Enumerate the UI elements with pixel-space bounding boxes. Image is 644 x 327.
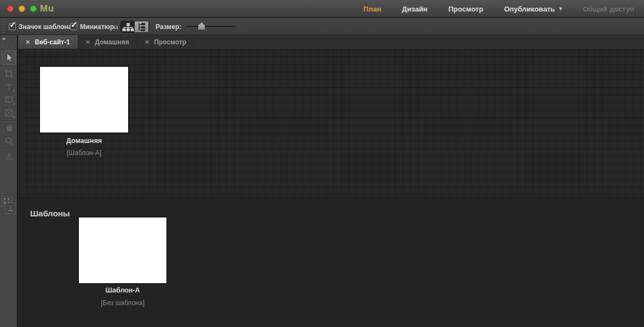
sitemap-icon	[122, 22, 134, 32]
tool-rectangle-frame[interactable]	[0, 106, 18, 119]
toolbar-grip[interactable]	[1, 19, 5, 33]
text-tool-icon: T	[7, 82, 12, 91]
sidebar-grip[interactable]	[2, 44, 15, 48]
size-slider[interactable]	[186, 26, 235, 27]
close-icon[interactable]: ×	[145, 38, 150, 45]
page-thumbnail-home[interactable]	[40, 67, 128, 133]
templates-section-header: Шаблоны	[30, 209, 70, 218]
view-toggle-group	[120, 21, 149, 33]
page-title[interactable]: Домашняя	[40, 137, 128, 145]
tab-label: Веб-сайт-1	[35, 38, 70, 46]
tool-sidebar: » T	[0, 35, 18, 327]
magnifier-icon	[4, 136, 14, 146]
titlebar: Mu План Дизайн Просмотр Опубликовать ▾ О…	[0, 0, 644, 18]
tool-text[interactable]: T	[0, 80, 18, 93]
chevron-down-icon: ▾	[559, 6, 562, 12]
selection-arrow-icon	[3, 52, 14, 63]
menu-publish[interactable]: Опубликовать ▾	[504, 5, 562, 13]
app-logo: Mu	[40, 3, 54, 14]
check-icon: ✓	[9, 20, 16, 28]
window-minimize-button[interactable]	[19, 5, 25, 12]
window-close-button[interactable]	[7, 5, 14, 12]
page-thumbnail-template-a[interactable]	[79, 217, 166, 283]
muse-window: Mu План Дизайн Просмотр Опубликовать ▾ О…	[0, 0, 644, 327]
menu-publish-label: Опубликовать	[504, 5, 555, 13]
templates-area[interactable]: Шаблоны Шаблон-А [Без шаблона]	[19, 197, 644, 327]
submenu-corner-icon	[13, 116, 15, 118]
tool-rectangle[interactable]	[0, 93, 18, 106]
tab-website-1[interactable]: × Веб-сайт-1	[18, 35, 78, 49]
tool-separator	[2, 121, 16, 121]
template-badge-checkbox-label[interactable]: Значок шаблона	[19, 23, 72, 31]
close-icon[interactable]: ×	[26, 38, 30, 45]
sitemap-area[interactable]: Домашняя [Шаблон-А]	[19, 49, 644, 197]
outline-icon	[137, 22, 147, 31]
submenu-corner-icon	[13, 102, 15, 105]
menu-share[interactable]: Общий доступ	[583, 5, 634, 13]
options-divider	[150, 20, 150, 33]
menu-plan[interactable]: План	[363, 5, 381, 13]
tool-separator	[2, 148, 16, 148]
tab-label: Просмотр	[154, 38, 186, 46]
options-bar: ✓ Значок шаблона ✓ Миниатюра	[0, 18, 644, 35]
tab-preview[interactable]: × Просмотр	[137, 35, 194, 49]
menu-design[interactable]: Дизайн	[402, 5, 428, 13]
tool-hand[interactable]	[0, 122, 18, 135]
panel-expand-icon[interactable]: »	[2, 35, 5, 42]
tab-label: Домашняя	[95, 38, 129, 46]
close-icon[interactable]: ×	[86, 38, 90, 45]
tool-selection[interactable]	[2, 50, 16, 65]
template-title[interactable]: Шаблон-А	[79, 286, 166, 294]
template-parent-name: [Без шаблона]	[79, 299, 166, 307]
template-badge-checkbox[interactable]: ✓	[9, 23, 16, 30]
plan-canvas: Домашняя [Шаблон-А] Шаблоны Шаблон-А [Бе…	[19, 49, 644, 327]
size-slider-thumb[interactable]	[198, 22, 205, 30]
crop-icon	[4, 68, 14, 79]
tool-anchor[interactable]	[0, 150, 18, 163]
tool-crop[interactable]	[0, 67, 18, 80]
menu-preview[interactable]: Просмотр	[449, 5, 484, 13]
outline-view-button[interactable]	[135, 21, 148, 32]
submenu-corner-icon	[13, 89, 15, 91]
thumbnail-checkbox-label[interactable]: Миниатюра	[80, 23, 118, 31]
baseline-icon: ⊥	[8, 205, 13, 213]
sitemap-view-button[interactable]	[121, 21, 135, 32]
options-divider	[116, 20, 116, 33]
window-zoom-button[interactable]	[30, 5, 37, 12]
tt-icon-row: T T	[4, 198, 10, 202]
check-icon: ✓	[71, 20, 78, 28]
tool-zoom[interactable]	[0, 135, 18, 148]
document-tabbar: × Веб-сайт-1 × Домашняя × Просмотр	[18, 35, 644, 49]
mode-menubar: План Дизайн Просмотр Опубликовать ▾ Общи…	[363, 0, 634, 18]
anchor-icon	[4, 152, 14, 162]
page-template-name: [Шаблон-А]	[40, 149, 128, 157]
tab-home[interactable]: × Домашняя	[78, 35, 137, 49]
tool-baseline-shift[interactable]: ⊥	[5, 203, 16, 214]
size-slider-label: Размер:	[156, 23, 181, 31]
thumbnail-checkbox[interactable]: ✓	[70, 23, 77, 30]
hand-icon	[4, 123, 14, 133]
